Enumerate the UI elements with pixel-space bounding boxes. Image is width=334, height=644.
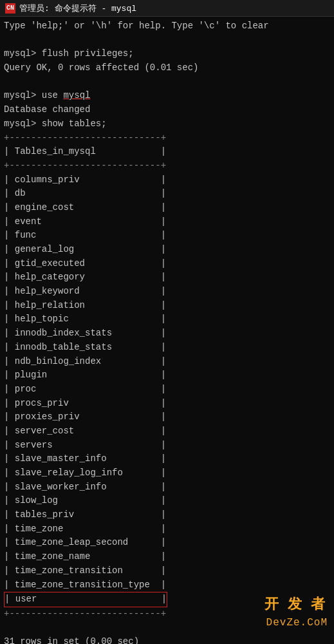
terminal-content: Type 'help;' or '\h' for help. Type '\c'…	[0, 17, 334, 644]
table-row: | func |	[4, 229, 330, 243]
table-row: | slave_relay_log_info |	[4, 466, 330, 480]
table-row: | plugin |	[4, 368, 330, 383]
table-row: | db |	[4, 187, 330, 201]
terminal-line	[4, 33, 330, 48]
terminal-line-result: 31 rows in set (0.00 sec)	[4, 635, 330, 644]
table-row: | help_relation |	[4, 299, 330, 313]
table-row: | innodb_index_stats |	[4, 327, 330, 341]
table-row: | time_zone_transition_type |	[4, 578, 330, 592]
terminal-line: mysql> flush privileges;	[4, 47, 330, 61]
terminal-line	[4, 75, 330, 90]
table-row: | time_zone_leap_second |	[4, 536, 330, 550]
terminal-line-use-mysql: mysql> use mysql	[4, 89, 330, 103]
table-row-slow-log: | slow_log |	[4, 494, 330, 508]
table-row: | time_zone |	[4, 522, 330, 536]
title-bar: CN 管理员: 命令提示符 - mysql	[0, 0, 334, 17]
table-row: | proxies_priv |	[4, 410, 330, 424]
table-row: | slave_master_info |	[4, 452, 330, 466]
table-row: | help_category |	[4, 270, 330, 285]
terminal-line: Query OK, 0 rows affected (0.01 sec)	[4, 61, 330, 75]
table-border-top: +----------------------------+	[4, 131, 330, 146]
table-row: | servers |	[4, 439, 330, 453]
table-row: | server_cost |	[4, 424, 330, 439]
watermark: 开 发 者 DevZe.CoM	[264, 593, 328, 631]
table-row: | general_log |	[4, 243, 330, 257]
table-row: | innodb_table_stats |	[4, 341, 330, 355]
title-bar-text: 管理员: 命令提示符 - mysql	[19, 3, 136, 14]
watermark-line1: 开 发 者	[264, 593, 328, 615]
table-row: | help_topic |	[4, 312, 330, 327]
table-row: | procs_priv |	[4, 397, 330, 411]
table-row: | time_zone_name |	[4, 550, 330, 564]
table-header: | Tables_in_mysql |	[4, 145, 330, 159]
watermark-line2: DevZe.CoM	[264, 615, 328, 631]
table-row: | gtid_executed |	[4, 257, 330, 271]
table-row: | tables_priv |	[4, 508, 330, 522]
title-bar-icon: CN	[5, 3, 15, 14]
table-row: | engine_cost |	[4, 201, 330, 215]
terminal-line: Type 'help;' or '\h' for help. Type '\c'…	[4, 19, 330, 33]
table-row: | time_zone_transition |	[4, 564, 330, 578]
terminal-line: mysql> show tables;	[4, 117, 330, 131]
table-row: | help_keyword |	[4, 285, 330, 299]
terminal-line-db-changed: Database changed	[4, 103, 330, 117]
table-border-header: +----------------------------+	[4, 159, 330, 173]
table-row: | event |	[4, 215, 330, 229]
table-row: | columns_priv |	[4, 173, 330, 187]
table-row: | proc |	[4, 383, 330, 397]
table-row: | slave_worker_info |	[4, 480, 330, 495]
table-row-user: | user |	[4, 592, 167, 607]
table-row: | ndb_binlog_index |	[4, 355, 330, 369]
